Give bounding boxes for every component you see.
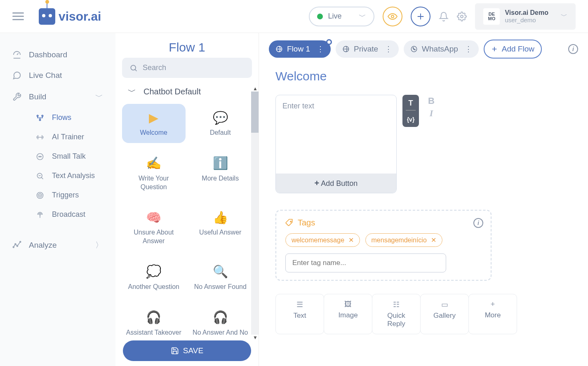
format-bold-button[interactable]: B — [423, 95, 440, 107]
add-button-label: Add Button — [321, 179, 358, 188]
chevron-down-icon: ﹀ — [561, 12, 567, 21]
add-button[interactable] — [411, 7, 430, 26]
info-button[interactable]: i — [568, 44, 578, 54]
tag-chip[interactable]: welcomemessage ✕ — [285, 233, 360, 247]
tab-label: Private — [354, 45, 378, 54]
sidebar-item-dashboard[interactable]: Dashboard — [0, 45, 115, 65]
antenna-icon — [35, 211, 45, 219]
flow-card-takeover[interactable]: 🎧 Assistant Takeover — [122, 304, 186, 336]
flow-icon — [35, 114, 45, 122]
settings-button[interactable] — [457, 12, 467, 21]
svg-point-16 — [17, 245, 18, 246]
kebab-icon[interactable]: ⋮ — [465, 45, 472, 54]
flow-card-noanswer[interactable]: 🔍 No Answer Found — [189, 258, 252, 297]
flow-card-noassist[interactable]: 🎧 No Answer And No Assistant — [189, 304, 252, 336]
image-icon: 🖼 — [334, 300, 362, 309]
message-textarea[interactable]: Enter text — [276, 95, 396, 174]
kebab-icon[interactable]: ⋮ — [385, 45, 392, 54]
format-variable-button[interactable]: {v} — [406, 115, 416, 124]
sidebar-item-livechat[interactable]: Live Chat — [0, 65, 115, 86]
add-button-bar[interactable]: + Add Button — [276, 174, 396, 193]
add-flow-label: Add Flow — [502, 45, 534, 54]
sidebar-item-triggers[interactable]: Triggers — [24, 185, 115, 205]
status-dot-icon — [317, 14, 323, 19]
flow-card-useful[interactable]: 👍 Useful Answer — [189, 204, 252, 251]
flow-card-welcome[interactable]: ▶ Welcome — [122, 104, 186, 143]
tag-chip[interactable]: mensagemdeinício ✕ — [365, 233, 442, 247]
thumbs-up-icon: 👍 — [192, 209, 249, 225]
block-type-label: Gallery — [430, 312, 459, 320]
logo[interactable]: visor.ai — [39, 8, 101, 25]
whatsapp-icon — [410, 45, 418, 53]
sidebar-item-smalltalk[interactable]: Small Talk — [24, 147, 115, 166]
tab-private[interactable]: Private ⋮ — [336, 40, 399, 58]
save-button[interactable]: SAVE — [123, 340, 251, 361]
canvas-title: Welcome — [275, 69, 572, 83]
preview-button[interactable] — [383, 7, 402, 26]
chat-icon — [12, 71, 21, 80]
block-type-image[interactable]: 🖼 Image — [324, 294, 372, 334]
chevron-down-icon: ﹀ — [359, 12, 366, 21]
tab-label: WhatsApp — [422, 45, 458, 54]
notifications-button[interactable] — [439, 12, 449, 21]
svg-point-4 — [39, 119, 40, 120]
category-header[interactable]: ﹀ Chatbot Default — [115, 86, 259, 104]
block-type-label: Quick Reply — [382, 312, 410, 328]
tab-whatsapp[interactable]: WhatsApp ⋮ — [404, 40, 479, 58]
globe-icon — [275, 45, 283, 53]
flow-card-details[interactable]: ℹ️ More Details — [189, 150, 252, 197]
format-text-button[interactable]: T — [406, 97, 416, 109]
environment-selector[interactable]: Live ﹀ — [309, 7, 374, 26]
search-placeholder: Search — [143, 63, 166, 72]
svg-point-17 — [20, 241, 21, 242]
sidebar-item-flows[interactable]: Flows — [24, 108, 115, 127]
flow-card-default[interactable]: 💬 Default — [189, 104, 252, 143]
brand-name: visor.ai — [59, 9, 101, 23]
sidebar-label: Flows — [52, 113, 71, 122]
sidebar-label: Triggers — [52, 191, 79, 199]
tools-icon — [12, 92, 21, 101]
tag-remove-icon[interactable]: ✕ — [348, 236, 354, 244]
magnify-x-icon: 🔍 — [192, 264, 249, 279]
card-label: Default — [192, 129, 249, 137]
svg-point-8 — [41, 156, 42, 157]
card-label: Assistant Takeover — [125, 328, 182, 336]
list-icon: ☰ — [286, 300, 314, 309]
flow-card-another[interactable]: 💭 Another Question — [122, 258, 186, 297]
save-icon — [171, 347, 179, 355]
save-label: SAVE — [183, 346, 203, 355]
card-label: Another Question — [125, 283, 182, 291]
tag-input[interactable] — [285, 253, 446, 272]
block-type-more[interactable]: + More — [468, 294, 517, 334]
speech-icon — [35, 152, 45, 161]
sidebar-item-build[interactable]: Build ﹀ — [0, 86, 115, 108]
sidebar-item-textanalysis[interactable]: Text Analysis — [24, 166, 115, 185]
flow-card-write[interactable]: ✍️ Write Your Question — [122, 150, 186, 197]
info-plus-icon: ℹ️ — [192, 155, 249, 171]
tab-flow1[interactable]: Flow 1 ⋮ — [269, 40, 331, 58]
flows-panel-title: Flow 1 — [115, 40, 259, 54]
block-type-gallery[interactable]: ▭ Gallery — [420, 294, 469, 334]
sidebar-label: Live Chat — [29, 71, 62, 80]
sidebar-label: Dashboard — [29, 50, 67, 59]
sidebar-item-broadcast[interactable]: Broadcast — [24, 205, 115, 224]
avatar: DEMO — [483, 8, 500, 25]
flow-card-unsure[interactable]: 🧠 Unsure About Answer — [122, 204, 186, 251]
info-button[interactable]: i — [473, 218, 483, 228]
kebab-icon[interactable]: ⋮ — [317, 45, 324, 54]
block-type-text[interactable]: ☰ Text — [275, 294, 324, 334]
block-type-quickreply[interactable]: ☷ Quick Reply — [372, 294, 421, 334]
globe-icon — [342, 45, 350, 53]
tag-remove-icon[interactable]: ✕ — [431, 236, 436, 244]
format-italic-button[interactable]: I — [423, 107, 440, 120]
account-menu[interactable]: DEMO Visor.ai Demo user_demo ﹀ — [475, 3, 576, 30]
menu-toggle[interactable] — [12, 12, 24, 20]
play-icon: ▶ — [125, 110, 182, 125]
sidebar-item-aitrainer[interactable]: AI Trainer — [24, 127, 115, 147]
search-input[interactable]: Search — [122, 58, 252, 78]
block-type-picker: ☰ Text 🖼 Image ☷ Quick Reply ▭ Gallery + — [275, 294, 572, 334]
scroll-thumb[interactable] — [251, 92, 259, 133]
scrollbar[interactable]: ▲ ▼ — [251, 92, 259, 335]
sidebar-item-analyze[interactable]: Analyze 〉 — [0, 234, 115, 256]
add-flow-button[interactable]: Add Flow — [484, 40, 542, 59]
